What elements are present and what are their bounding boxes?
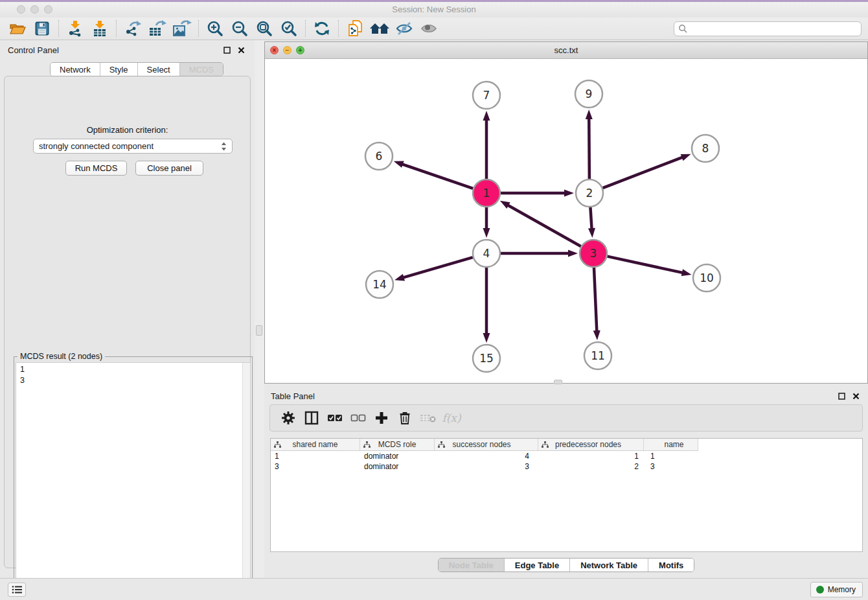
delete-column-icon [420,413,437,423]
table-cell[interactable]: 3 [271,461,360,472]
mcds-result-textarea[interactable]: 1 3 [16,362,251,598]
task-history-button[interactable] [8,583,26,597]
deselect-all-rows-button[interactable] [347,408,370,428]
hierarchy-icon [438,441,445,448]
tab-motifs[interactable]: Motifs [648,559,694,571]
hide-selected-button[interactable] [392,19,417,38]
home-browser-button[interactable] [367,19,392,38]
optimization-criterion-label: Optimization criterion: [5,125,250,135]
column-header-name[interactable]: name [644,439,698,451]
table-cell[interactable]: 2 [538,461,644,472]
search-input[interactable] [688,25,861,34]
table-cell[interactable]: 3 [644,461,698,472]
close-icon [852,393,860,400]
hierarchy-icon [363,441,371,448]
table-panel-title: Table Panel [271,391,315,401]
zoom-fit-button[interactable] [252,19,277,38]
graph-edge-4-14[interactable] [403,257,473,278]
search-icon [678,24,688,34]
splitter-grip[interactable] [256,325,262,336]
clone-network-button[interactable] [343,19,367,38]
table-settings-button[interactable] [277,408,300,428]
network-graph[interactable]: 7968124314101511 [265,59,867,383]
zoom-out-button[interactable] [227,19,252,38]
export-network-button[interactable] [120,19,145,38]
float-panel-button[interactable] [221,45,233,55]
graph-edge-3-1[interactable] [507,205,581,246]
table-cell[interactable]: 1 [538,451,644,461]
graph-node-label: 3 [590,247,597,260]
show-all-button[interactable] [417,19,441,38]
add-column-button[interactable] [370,408,393,428]
export-image-button[interactable] [170,19,194,38]
search-field[interactable] [674,21,862,36]
optimization-criterion-select[interactable]: strongly connected component [33,139,233,154]
graph-edge-1-6[interactable] [402,164,473,189]
horizontal-splitter-grip[interactable] [554,380,562,384]
zoom-selected-button[interactable] [277,19,301,38]
tab-network[interactable]: Network [51,63,100,76]
column-header-successor-nodes[interactable]: successor nodes [435,439,538,451]
column-header-mcds-role[interactable]: MCDS role [360,439,435,451]
delete-column-button[interactable] [417,408,440,428]
apply-layout-icon [314,20,330,37]
graph-edge-2-8[interactable] [603,157,683,188]
edge-arrowhead [681,269,692,276]
table-cell[interactable]: 4 [435,451,538,461]
column-header-predecessor-nodes[interactable]: predecessor nodes [538,439,644,451]
import-table-button[interactable] [87,19,112,38]
table-row[interactable]: 3dominator323 [271,461,862,472]
edge-arrowhead [586,110,593,119]
save-session-button[interactable] [30,19,54,38]
function-builder-button[interactable]: f(x) [440,408,463,428]
table-cell[interactable]: dominator [360,451,435,461]
vertical-splitter[interactable] [255,40,264,578]
clone-network-icon [347,19,363,38]
app-titlebar: Session: New Session [0,2,868,17]
close-table-panel-button[interactable] [850,391,862,401]
node-table: shared name MCDS role successor nodes pr… [270,438,863,552]
table-header-row: shared name MCDS role successor nodes pr… [271,439,862,451]
table-cell[interactable]: 1 [644,451,698,461]
toolbar-separator [338,20,339,37]
result-scrollbar[interactable] [242,363,250,597]
edge-arrowhead [588,228,595,238]
export-table-button[interactable] [145,19,170,38]
zoom-in-button[interactable] [203,19,227,38]
graph-edge-2-3[interactable] [590,207,591,229]
graph-edge-2-9[interactable] [589,118,589,179]
open-session-button[interactable] [5,19,30,38]
table-row[interactable]: 1dominator411 [271,451,862,461]
delete-button[interactable] [393,408,417,428]
select-all-rows-button[interactable] [323,408,347,428]
tab-network-table[interactable]: Network Table [570,559,648,571]
tab-mcds[interactable]: MCDS [180,63,223,76]
tab-select[interactable]: Select [138,63,180,76]
network-canvas[interactable]: 7968124314101511 [265,59,867,383]
graph-edge-3-10[interactable] [607,257,683,273]
graph-node-label: 4 [483,247,490,260]
select-all-icon [327,414,343,422]
table-cell[interactable]: dominator [360,461,435,472]
apply-layout-button[interactable] [310,19,334,38]
float-table-panel-button[interactable] [836,391,847,401]
table-cell[interactable]: 1 [271,451,360,461]
mcds-result-title: MCDS result (2 nodes) [17,352,105,361]
app-title: Session: New Session [0,5,868,14]
tab-node-table[interactable]: Node Table [439,559,505,571]
tab-edge-table[interactable]: Edge Table [505,559,570,571]
column-header-shared-name[interactable]: shared name [271,439,360,451]
show-columns-button[interactable] [300,408,323,428]
graph-node-label: 6 [376,150,383,163]
control-panel-tabs: Network Style Select MCDS [50,62,223,76]
network-window-titlebar[interactable]: × − + scc.txt [265,42,867,59]
close-panel-button[interactable] [235,45,247,55]
table-cell[interactable]: 3 [435,461,538,472]
graph-edge-3-11[interactable] [594,268,597,332]
toolbar-separator [116,20,117,37]
import-network-button[interactable] [63,19,87,38]
memory-button[interactable]: Memory [810,582,863,597]
tab-style[interactable]: Style [100,63,138,76]
close-panel-action-button[interactable]: Close panel [135,161,203,176]
run-mcds-button[interactable]: Run MCDS [65,161,127,176]
